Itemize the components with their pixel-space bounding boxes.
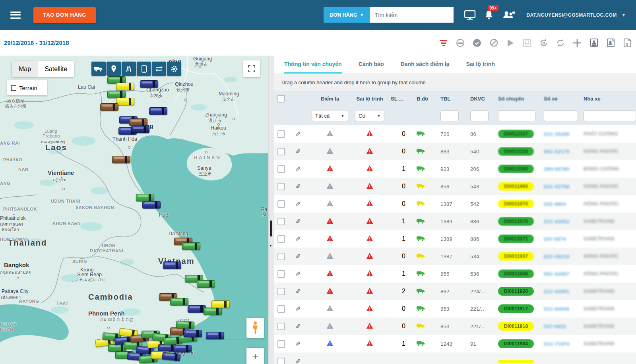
- row-checkbox[interactable]: [277, 270, 285, 278]
- filter-nha-xe-input[interactable]: [584, 110, 636, 121]
- row-checkbox[interactable]: [277, 235, 285, 243]
- table-row[interactable]: ✎11389886DI001207051C-63952SABETRANS: [274, 213, 636, 230]
- ban-icon[interactable]: [489, 38, 498, 48]
- trip-badge[interactable]: DI0012157: [498, 130, 534, 138]
- edit-icon[interactable]: ✎: [295, 270, 301, 278]
- edit-icon[interactable]: ✎: [295, 323, 301, 330]
- table-row[interactable]: ✎11389886DI001207154Y-0674SABETRANS: [274, 230, 636, 248]
- warning-triangle-icon[interactable]: [326, 322, 334, 329]
- table-row[interactable]: ✎1124391DI001190451C-71974SABETRANS: [274, 335, 636, 352]
- truck-marker[interactable]: [140, 80, 158, 88]
- wheel-icon[interactable]: [456, 38, 465, 48]
- trip-badge[interactable]: [498, 360, 534, 363]
- filter-dkvc-input[interactable]: [470, 110, 489, 121]
- route-warning-cell[interactable]: [352, 200, 388, 208]
- plate-number[interactable]: 54Y-0674: [541, 236, 580, 242]
- row-checkbox[interactable]: [277, 305, 285, 313]
- table-row[interactable]: ✎: [274, 352, 636, 364]
- row-checkbox[interactable]: [277, 200, 285, 208]
- map-tool-route-icon[interactable]: [122, 62, 136, 76]
- trip-badge[interactable]: DI0011970: [498, 199, 534, 208]
- truck-marker[interactable]: [112, 156, 130, 163]
- col-header-so-chuyen[interactable]: Số chuyến: [495, 96, 541, 102]
- edit-icon[interactable]: ✎: [295, 165, 301, 173]
- truck-marker[interactable]: [211, 300, 230, 308]
- edit-icon[interactable]: ✎: [295, 253, 301, 260]
- filter-so-xe-input[interactable]: [544, 110, 577, 121]
- truck-marker[interactable]: [206, 332, 224, 339]
- trip-badge[interactable]: DI0011948: [498, 269, 534, 278]
- plate-number[interactable]: 29H-05785: [541, 166, 580, 172]
- filter-so-chuyen-input[interactable]: [498, 110, 535, 121]
- terrain-option[interactable]: Terrain: [7, 80, 47, 95]
- user-menu-chevron-icon[interactable]: ▾: [622, 12, 625, 18]
- col-header-tbl[interactable]: TBL: [437, 96, 467, 102]
- warning-triangle-icon[interactable]: [326, 182, 334, 189]
- truck-marker[interactable]: [204, 308, 222, 315]
- person-img-icon[interactable]: [606, 38, 615, 48]
- map-type-map[interactable]: Map: [12, 61, 38, 77]
- plate-number[interactable]: 83C-05219: [541, 254, 580, 259]
- table-row[interactable]: ✎01387542DI001197054Z-4904HỒNG PHƯỚC: [274, 195, 636, 213]
- row-checkbox[interactable]: [277, 358, 285, 364]
- trip-badge[interactable]: DI0012118: [498, 147, 534, 156]
- map-tool-phone-icon[interactable]: [137, 62, 151, 76]
- warning-triangle-icon[interactable]: [366, 165, 373, 172]
- date-range-picker[interactable]: 29/12/2018 - 31/12/2018: [4, 39, 69, 46]
- route-warning-cell[interactable]: [352, 270, 388, 278]
- plate-number[interactable]: 95C-02007: [541, 271, 580, 277]
- row-checkbox[interactable]: [277, 148, 285, 155]
- monitor-icon[interactable]: [464, 10, 476, 20]
- route-warning-cell[interactable]: [352, 217, 388, 226]
- map-tool-truck-icon[interactable]: [91, 62, 106, 76]
- edit-icon[interactable]: ✎: [295, 358, 301, 364]
- truck-marker[interactable]: [184, 330, 202, 337]
- table-row[interactable]: ✎0853221/…DI001191751C-64045SABETRANS: [274, 300, 636, 318]
- row-checkbox[interactable]: [277, 340, 285, 348]
- edit-icon[interactable]: ✎: [295, 148, 301, 155]
- warning-triangle-icon[interactable]: [366, 235, 373, 242]
- check-circle-icon[interactable]: [472, 38, 482, 48]
- warning-triangle-icon[interactable]: [326, 217, 334, 224]
- plate-number[interactable]: 51C-63952: [541, 219, 580, 225]
- plate-number[interactable]: 51C-35269: [541, 131, 580, 137]
- trip-badge[interactable]: DI0011965: [498, 182, 534, 191]
- warning-triangle-icon[interactable]: [326, 340, 334, 347]
- row-checkbox[interactable]: [277, 130, 285, 138]
- warning-triangle-icon[interactable]: [366, 270, 373, 277]
- col-header-sl[interactable]: SL ...: [388, 96, 413, 102]
- plus-icon[interactable]: [572, 38, 582, 48]
- truck-marker[interactable]: [100, 103, 118, 111]
- edit-icon[interactable]: ✎: [295, 130, 301, 138]
- panel-splitter[interactable]: ▸: [268, 56, 274, 364]
- users-chat-icon[interactable]: [502, 10, 516, 20]
- edit-icon[interactable]: ✎: [295, 305, 301, 313]
- anomaly-warning-cell[interactable]: [308, 235, 352, 243]
- route-warning-cell[interactable]: [352, 252, 388, 261]
- person-doc-icon[interactable]: [589, 38, 599, 48]
- map-tool-gear-icon[interactable]: [167, 62, 181, 76]
- anomaly-warning-cell[interactable]: [308, 252, 352, 261]
- map-tool-swap-icon[interactable]: [152, 62, 166, 76]
- terrain-checkbox[interactable]: [11, 85, 16, 91]
- anomaly-warning-cell[interactable]: [308, 217, 352, 226]
- plate-number[interactable]: 51C-64045: [541, 306, 580, 312]
- warning-triangle-icon[interactable]: [326, 130, 334, 137]
- notifications-bell-icon[interactable]: 99+: [484, 10, 494, 20]
- table-row[interactable]: ✎072686DI001215751C-35269PHÁT CƯỜNG: [274, 125, 636, 143]
- warning-triangle-icon[interactable]: [366, 200, 373, 207]
- warning-triangle-icon[interactable]: [326, 305, 334, 312]
- plate-number[interactable]: 51C-63991: [541, 288, 580, 294]
- create-order-button[interactable]: TẠO ĐƠN HÀNG: [33, 7, 96, 23]
- search-input[interactable]: [370, 7, 454, 23]
- plate-number[interactable]: 54Z-4904: [541, 201, 580, 207]
- row-checkbox[interactable]: [277, 183, 285, 190]
- user-email[interactable]: DAT.NGUYENSI@GOSMARTLOG.COM: [527, 12, 617, 18]
- tab-3[interactable]: Danh sách điểm lạ: [400, 56, 449, 74]
- route-warning-cell[interactable]: [352, 147, 388, 156]
- warning-triangle-icon[interactable]: [366, 217, 373, 224]
- trip-badge[interactable]: DI0011904: [498, 339, 534, 348]
- truck-marker[interactable]: [131, 126, 149, 133]
- route-warning-cell[interactable]: [352, 235, 388, 243]
- route-warning-cell[interactable]: [352, 182, 388, 191]
